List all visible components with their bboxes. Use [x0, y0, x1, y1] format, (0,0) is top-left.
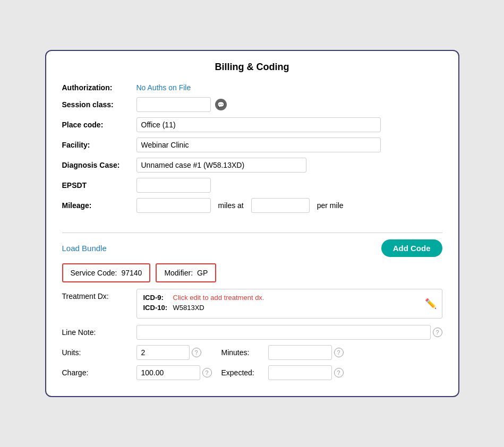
authorization-label: Authorization:: [62, 83, 136, 92]
place-code-select[interactable]: Office (11): [136, 117, 381, 132]
diagnosis-case-label: Diagnosis Case:: [62, 161, 136, 169]
icd9-row: ICD-9: Click edit to add treatment dx.: [143, 294, 435, 302]
edit-pencil-icon[interactable]: ✏️: [425, 298, 437, 310]
icd10-label: ICD-10:: [143, 304, 170, 312]
service-code-value: 97140: [121, 269, 142, 277]
divider-1: [62, 233, 442, 233]
units-label: Units:: [62, 348, 136, 357]
action-row: Load Bundle Add Code: [62, 239, 442, 257]
mileage-row: Mileage: miles at per mile: [62, 198, 442, 213]
facility-row: Facility:: [62, 137, 442, 152]
mileage-label: Mileage:: [62, 201, 136, 210]
form-section: Authorization: No Auths on File Session …: [62, 83, 442, 226]
epsdt-row: EPSDT: [62, 178, 442, 193]
service-code-box: Service Code: 97140: [62, 263, 151, 282]
units-input[interactable]: [136, 345, 190, 360]
charge-expected-row: Charge: ? Expected: ?: [62, 365, 442, 380]
icd9-value: Click edit to add treatment dx.: [173, 294, 264, 302]
charge-help-icon[interactable]: ?: [202, 368, 212, 377]
expected-part: Expected: ?: [221, 365, 344, 380]
minutes-label: Minutes:: [221, 348, 264, 357]
page-title: Billing & Coding: [62, 62, 442, 73]
icd10-value: W5813XD: [173, 304, 204, 312]
billing-coding-card: Billing & Coding Authorization: No Auths…: [45, 50, 459, 397]
units-help-icon[interactable]: ?: [192, 348, 201, 357]
chat-icon: 💬: [215, 99, 227, 110]
miles-at-text: miles at: [218, 201, 244, 210]
modifier-label: Modifier:: [164, 269, 193, 277]
icd9-label: ICD-9:: [143, 294, 170, 302]
charge-part: Charge: ?: [62, 365, 221, 380]
epsdt-label: EPSDT: [62, 181, 136, 190]
units-part: Units: ?: [62, 345, 221, 360]
charge-label: Charge:: [62, 368, 136, 377]
treatment-label: Treatment Dx:: [62, 289, 136, 300]
mileage-miles-input[interactable]: [136, 198, 211, 213]
diagnosis-case-row: Diagnosis Case: Unnamed case #1 (W58.13X…: [62, 158, 442, 173]
add-code-button[interactable]: Add Code: [381, 239, 442, 257]
expected-input[interactable]: [268, 365, 332, 380]
place-code-label: Place code:: [62, 121, 136, 129]
line-note-input[interactable]: [136, 325, 431, 340]
line-note-row: Line Note: ?: [62, 325, 442, 340]
session-class-input[interactable]: [136, 97, 211, 112]
facility-input[interactable]: [136, 137, 381, 152]
service-modifier-row: Service Code: 97140 Modifier: GP: [62, 263, 442, 282]
line-note-label: Line Note:: [62, 328, 136, 337]
diagnosis-case-select[interactable]: Unnamed case #1 (W58.13XD): [136, 158, 306, 173]
epsdt-input[interactable]: [136, 178, 211, 193]
service-code-label: Service Code:: [71, 269, 117, 277]
treatment-box: ICD-9: Click edit to add treatment dx. I…: [136, 289, 442, 319]
modifier-value: GP: [197, 269, 208, 277]
line-note-help-icon[interactable]: ?: [433, 328, 442, 337]
authorization-link[interactable]: No Auths on File: [136, 83, 191, 92]
minutes-part: Minutes: ?: [221, 345, 344, 360]
minutes-help-icon[interactable]: ?: [334, 348, 344, 357]
mileage-rate-input[interactable]: [251, 198, 310, 213]
place-code-row: Place code: Office (11): [62, 117, 442, 132]
modifier-box: Modifier: GP: [156, 263, 216, 282]
icd10-row: ICD-10: W5813XD: [143, 304, 435, 312]
authorization-row: Authorization: No Auths on File: [62, 83, 442, 92]
minutes-input[interactable]: [268, 345, 332, 360]
session-class-row: Session class: 💬: [62, 97, 442, 112]
session-class-label: Session class:: [62, 100, 136, 109]
load-bundle-link[interactable]: Load Bundle: [62, 244, 107, 253]
treatment-row: Treatment Dx: ICD-9: Click edit to add t…: [62, 289, 442, 319]
expected-help-icon[interactable]: ?: [334, 368, 344, 377]
facility-label: Facility:: [62, 141, 136, 149]
expected-label: Expected:: [221, 368, 264, 377]
per-mile-text: per mile: [317, 201, 344, 210]
charge-input[interactable]: [136, 365, 200, 380]
units-minutes-row: Units: ? Minutes: ?: [62, 345, 442, 360]
